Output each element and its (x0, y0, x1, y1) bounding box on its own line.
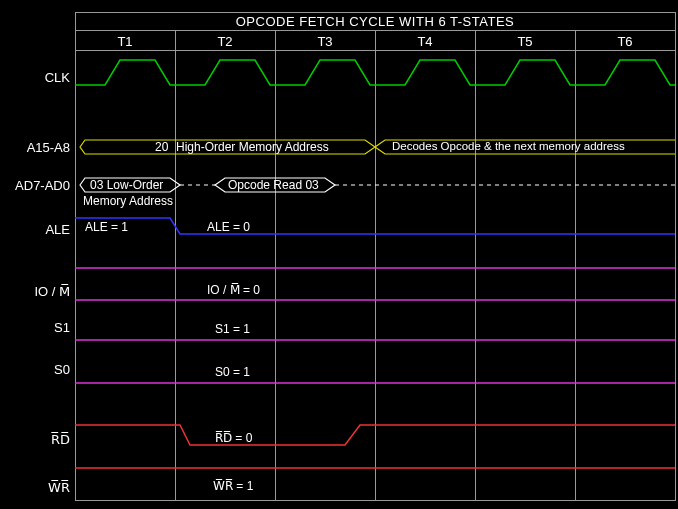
signal-label-s0: S0 (54, 362, 70, 377)
signal-label-iom: IO / M̅ (34, 284, 70, 299)
ale-lo: ALE = 0 (207, 220, 250, 234)
signal-label-ale: ALE (45, 222, 70, 237)
signal-label-clk: CLK (45, 70, 70, 85)
ad-low: 03 Low-Order (90, 178, 163, 192)
signal-label-a15a8: A15-A8 (27, 140, 70, 155)
ale-hi: ALE = 1 (85, 220, 128, 234)
addr-hi-phase2: Decodes Opcode & the next memory address (392, 140, 625, 152)
waveforms (75, 0, 675, 509)
ad-low-sub: Memory Address (83, 194, 173, 208)
signal-label-ad7ad0: AD7-AD0 (15, 178, 70, 193)
signal-label-wr: W̅R̅ (48, 480, 70, 495)
signal-label-s1: S1 (54, 320, 70, 335)
ad-opcode: Opcode Read 03 (228, 178, 319, 192)
signal-label-rd: R̅D̅ (51, 432, 70, 447)
addr-hi-value: 20 (155, 140, 168, 154)
wr-val: W̅R̅ = 1 (213, 479, 253, 493)
timing-diagram: OPCODE FETCH CYCLE WITH 6 T-STATES T1 T2… (0, 0, 678, 509)
s1-val: S1 = 1 (215, 322, 250, 336)
rd-val: R̅D̅ = 0 (215, 431, 252, 445)
addr-hi-text: High-Order Memory Address (176, 140, 329, 154)
iom-val: IO / M̅ = 0 (207, 283, 260, 297)
s0-val: S0 = 1 (215, 365, 250, 379)
